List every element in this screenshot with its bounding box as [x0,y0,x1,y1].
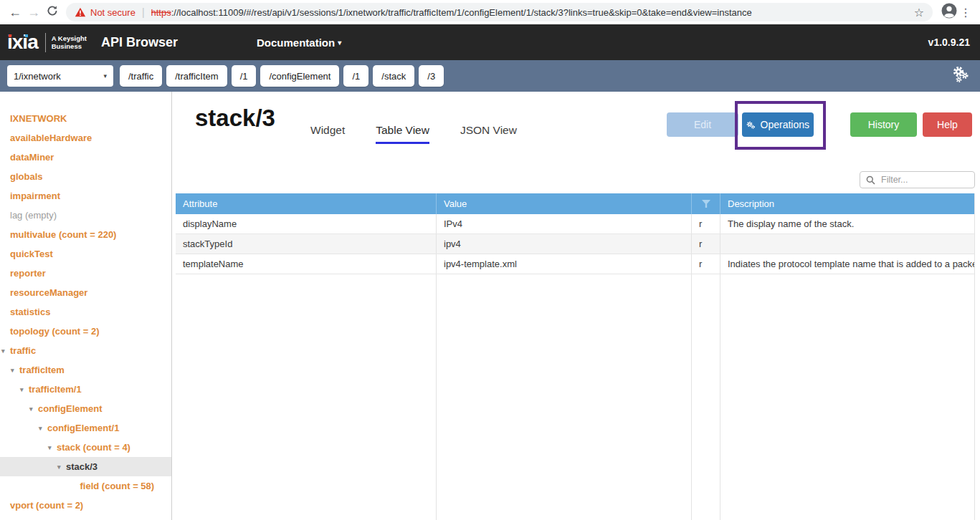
url-text[interactable]: https://localhost:11009/#/rest/api/v1/se… [151,7,904,18]
sidebar-item-label: reporter [10,268,46,279]
sidebar-item-configelement[interactable]: ▾configElement [0,399,171,418]
tree-expand-caret-icon[interactable]: ▾ [20,386,29,393]
chevron-down-icon: ▾ [103,72,107,80]
sidebar-item-availablehardware[interactable]: availableHardware [0,128,171,148]
tree-expand-caret-icon[interactable]: ▾ [29,405,38,413]
sidebar-item-lag-empty[interactable]: lag (empty) [0,206,171,225]
breadcrumb: 1/ixnetwork ▾ /traffic/trafficItem/1/con… [0,60,980,92]
sidebar-item-label: trafficItem [19,365,65,375]
sidebar-item-label: quickTest [10,249,53,259]
breadcrumb-crumb[interactable]: /1 [343,65,368,87]
breadcrumb-crumb[interactable]: /trafficItem [166,65,227,87]
breadcrumb-crumb[interactable]: /3 [419,65,444,87]
sidebar-item-trafficitem[interactable]: ▾trafficItem [0,360,171,380]
sidebar-item-configelement-1[interactable]: ▾configElement/1 [0,418,171,438]
column-header-description[interactable]: Description [720,193,974,214]
tree-expand-caret-icon[interactable]: ▾ [48,444,57,451]
address-bar[interactable]: Not secure | https://localhost:11009/#/r… [66,3,933,21]
sidebar-item-field-count-58[interactable]: field (count = 58) [0,476,171,496]
breadcrumb-crumb[interactable]: /configElement [260,65,339,87]
ixia-logo: ixia [7,32,38,52]
history-button[interactable]: History [850,112,917,137]
tab-table-view[interactable]: Table View [376,124,429,144]
breadcrumb-crumb[interactable]: /stack [373,65,414,87]
sidebar-item-stack-count-4[interactable]: ▾stack (count = 4) [0,438,171,457]
table-row[interactable]: displayNameIPv4rThe display name of the … [176,214,974,234]
sidebar-item-topology-count-2[interactable]: topology (count = 2) [0,322,171,341]
browser-menu-icon[interactable]: ⋮ [958,6,973,19]
column-header-value[interactable]: Value [437,193,692,214]
warning-triangle-icon [75,7,86,17]
sidebar-item-label: globals [10,171,43,182]
operations-button-wrap: Operations [742,112,814,137]
gears-icon [950,64,971,85]
breadcrumb-crumb-list: /traffic/trafficItem/1/configElement/1/s… [120,65,444,87]
sidebar-tree: IXNETWORKavailableHardwaredataMinergloba… [0,92,172,520]
table-row[interactable]: stackTypeIdipv4r [176,234,974,254]
avatar-icon [941,2,958,19]
sidebar-item-label: topology (count = 2) [10,326,100,337]
column-header-attribute[interactable]: Attribute [176,193,437,214]
sidebar-item-label: impairment [10,191,60,201]
forward-icon[interactable]: → [24,5,43,20]
app-header: ixia A Keysight Business API Browser Doc… [0,24,980,60]
back-icon[interactable]: ← [6,5,24,20]
sidebar-item-resourcemanager[interactable]: resourceManager [0,283,171,302]
sidebar-item-label: IXNETWORK [10,113,67,124]
sidebar-item-label: lag (empty) [10,210,57,221]
tree-expand-caret-icon[interactable]: ▾ [39,425,47,432]
operations-label: Operations [761,119,809,130]
column-header-filter[interactable] [692,193,720,214]
filter-input[interactable] [880,174,969,186]
page-title: stack/3 [195,105,275,132]
session-select[interactable]: 1/ixnetwork ▾ [7,65,113,87]
tab-widget[interactable]: Widget [310,124,345,144]
profile-avatar[interactable] [940,2,958,22]
sidebar-item-label: configElement [38,403,103,414]
sidebar-item-reporter[interactable]: reporter [0,264,171,283]
table-filler [176,274,974,520]
table-cell: The display name of the stack. [720,214,974,233]
edit-button[interactable]: Edit [667,112,738,137]
settings-gears-icon[interactable] [950,64,971,87]
help-button[interactable]: Help [923,112,972,137]
sidebar-item-dataminer[interactable]: dataMiner [0,148,171,167]
table-cell: ipv4-template.xml [437,254,692,274]
sidebar-item-globals[interactable]: globals [0,167,171,186]
page-body: IXNETWORKavailableHardwaredataMinergloba… [0,92,980,520]
table-cell: ipv4 [437,234,692,254]
sidebar-item-impairment[interactable]: impairment [0,186,171,206]
tree-expand-caret-icon[interactable]: ▾ [1,347,10,355]
sidebar-item-quicktest[interactable]: quickTest [0,244,171,264]
browser-toolbar: ← → Not secure | https://localhost:11009… [0,0,980,24]
breadcrumb-crumb[interactable]: /1 [232,65,257,87]
sidebar-item-vport-count-2[interactable]: vport (count = 2) [0,496,171,515]
sidebar-item-trafficitem-1[interactable]: ▾trafficItem/1 [0,380,171,399]
tab-json-view[interactable]: JSON View [460,124,517,144]
refresh-icon [47,5,58,16]
table-row[interactable]: templateNameipv4-template.xmlrIndiates t… [176,254,974,274]
tagline-line2: Business [52,42,87,50]
sidebar-item-statistics[interactable]: statistics [0,302,171,322]
not-secure-label[interactable]: Not secure [90,7,135,18]
bookmark-star-icon[interactable]: ☆ [914,6,924,19]
sidebar-item-stack-3[interactable]: ▾stack/3 [0,457,171,476]
refresh-icon[interactable] [43,5,62,20]
breadcrumb-crumb[interactable]: /traffic [120,65,162,87]
sidebar-item-multivalue-count-220[interactable]: multivalue (count = 220) [0,225,171,244]
filler-cell [437,274,692,520]
version-label: v1.0.9.21 [928,37,970,48]
tree-expand-caret-icon[interactable]: ▾ [57,463,66,471]
sidebar-item-label: vport (count = 2) [10,500,83,511]
operations-button[interactable]: Operations [742,112,814,137]
sidebar-item-label: multivalue (count = 220) [10,229,116,240]
filler-cell [176,274,437,520]
sidebar-item-traffic[interactable]: ▾traffic [0,341,171,360]
sidebar-item-label: field (count = 58) [80,481,155,491]
sidebar-item-label: stack/3 [66,461,97,472]
sidebar-item-ixnetwork[interactable]: IXNETWORK [0,109,171,128]
tree-expand-caret-icon[interactable]: ▾ [11,367,19,374]
session-select-value: 1/ixnetwork [14,71,61,82]
documentation-menu[interactable]: Documentation ▾ [257,37,341,49]
attributes-table: Attribute Value Description displayNameI… [176,193,975,520]
